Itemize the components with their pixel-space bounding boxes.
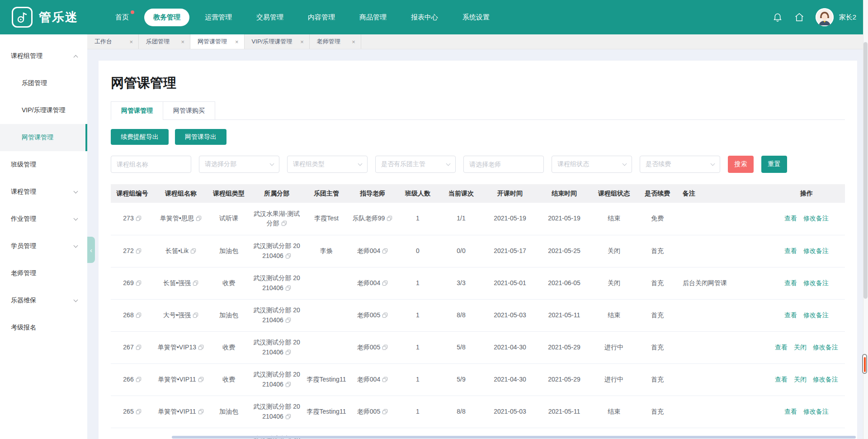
renew-status-select[interactable]: 是否续费 — [640, 156, 720, 173]
copy-icon[interactable] — [387, 215, 392, 221]
course-group-status-select[interactable]: 课程组状态 — [552, 156, 632, 173]
edit-remark-link[interactable]: 修改备注 — [803, 311, 829, 319]
edit-remark-link[interactable]: 修改备注 — [803, 408, 829, 415]
net-course-export-button[interactable]: 网管课导出 — [175, 129, 226, 145]
teacher-select[interactable] — [463, 156, 544, 173]
avatar[interactable] — [816, 8, 834, 26]
cell-start-date: 2021-04-30 — [483, 331, 537, 363]
copy-icon[interactable] — [285, 414, 291, 420]
copy-icon[interactable] — [190, 248, 196, 254]
username[interactable]: 家长2 — [839, 13, 856, 22]
sidebar-item-instrument-maintenance[interactable]: 乐器维保 — [0, 287, 87, 314]
copy-icon[interactable] — [136, 215, 142, 221]
copy-icon[interactable] — [382, 409, 388, 415]
view-link[interactable]: 查看 — [784, 279, 797, 286]
teacher-select-field[interactable] — [469, 161, 538, 168]
copy-icon[interactable] — [198, 409, 204, 415]
view-link[interactable]: 查看 — [784, 408, 797, 415]
copy-icon[interactable] — [196, 215, 202, 221]
edit-remark-link[interactable]: 修改备注 — [813, 344, 838, 351]
view-link[interactable]: 查看 — [784, 247, 797, 254]
card-tab-net-course-mgmt[interactable]: 网管课管理 — [111, 101, 163, 119]
copy-icon[interactable] — [382, 248, 388, 254]
sidebar-item-teacher-mgmt[interactable]: 老师管理 — [0, 260, 87, 287]
close-tab-icon[interactable]: × — [129, 39, 133, 45]
edit-remark-link[interactable]: 修改备注 — [813, 376, 838, 383]
cell-start-date: 2021-04-30 — [483, 363, 537, 396]
copy-icon[interactable] — [136, 377, 142, 382]
sidebar-item-class-mgmt[interactable]: 班级管理 — [0, 151, 87, 178]
copy-icon[interactable] — [136, 312, 142, 318]
copy-icon[interactable] — [382, 377, 388, 382]
sidebar-item-band-mgmt[interactable]: 乐团管理 — [0, 70, 87, 97]
nav-item-transactions[interactable]: 交易管理 — [247, 9, 292, 26]
sidebar-item-course-mgmt[interactable]: 课程管理 — [0, 178, 87, 205]
view-link[interactable]: 查看 — [775, 344, 788, 351]
open-tab-band-mgmt[interactable]: 乐团管理× — [139, 34, 190, 49]
sidebar-item-vip-theory-course-mgmt[interactable]: VIP/乐理课管理 — [0, 97, 87, 124]
open-tab-workbench[interactable]: 工作台× — [87, 34, 139, 49]
open-tab-teacher-mgmt[interactable]: 老师管理× — [310, 34, 361, 49]
search-button[interactable]: 搜索 — [728, 156, 754, 173]
sidebar-item-net-course-mgmt[interactable]: 网管课管理 — [0, 124, 87, 151]
branch-select[interactable]: 请选择分部 — [199, 156, 279, 173]
nav-item-report-center[interactable]: 报表中心 — [402, 9, 447, 26]
close-link[interactable]: 关闭 — [794, 376, 807, 383]
floating-marker[interactable] — [862, 354, 867, 374]
copy-icon[interactable] — [136, 344, 142, 350]
copy-icon[interactable] — [136, 409, 142, 415]
close-link[interactable]: 关闭 — [794, 344, 807, 351]
close-tab-icon[interactable]: × — [235, 39, 239, 45]
course-group-type-select[interactable]: 课程组类型 — [287, 156, 368, 173]
edit-remark-link[interactable]: 修改备注 — [803, 215, 829, 222]
copy-icon[interactable] — [136, 280, 142, 286]
open-tab-vip-theory-mgmt[interactable]: VIP/乐理课管理× — [245, 34, 310, 49]
nav-item-system-settings[interactable]: 系统设置 — [453, 9, 499, 26]
view-link[interactable]: 查看 — [784, 215, 797, 222]
copy-icon[interactable] — [382, 344, 388, 350]
nav-item-edu-admin[interactable]: 教务管理 — [144, 9, 189, 26]
view-link[interactable]: 查看 — [775, 376, 788, 383]
copy-icon[interactable] — [382, 280, 388, 286]
sidebar-item-student-mgmt[interactable]: 学员管理 — [0, 233, 87, 260]
view-link[interactable]: 查看 — [784, 311, 797, 319]
renew-reminder-export-button[interactable]: 续费提醒导出 — [111, 129, 169, 145]
nav-item-product-mgmt[interactable]: 商品管理 — [350, 9, 396, 26]
has-band-manager-select[interactable]: 是否有乐团主管 — [375, 156, 456, 173]
reset-button[interactable]: 重置 — [761, 156, 787, 173]
copy-icon[interactable] — [198, 344, 204, 350]
nav-item-home[interactable]: 首页 — [106, 9, 138, 26]
sidebar-item-course-group-mgmt[interactable]: 课程组管理 — [0, 43, 87, 70]
copy-icon[interactable] — [285, 317, 291, 323]
sidebar-item-exam-registration[interactable]: 考级报名 — [0, 314, 87, 341]
open-tab-net-course-mgmt[interactable]: 网管课管理× — [190, 34, 245, 49]
horizontal-scrollbar-thumb[interactable] — [172, 436, 856, 439]
close-tab-icon[interactable]: × — [352, 39, 355, 45]
course-group-name-input-field[interactable] — [117, 161, 185, 168]
sidebar-collapse-handle[interactable]: ‹ — [87, 237, 95, 263]
home-icon[interactable] — [794, 12, 805, 23]
course-group-name-input[interactable] — [111, 156, 191, 173]
nav-item-operations[interactable]: 运营管理 — [196, 9, 241, 26]
copy-icon[interactable] — [198, 377, 204, 382]
copy-icon[interactable] — [193, 312, 198, 318]
copy-icon[interactable] — [382, 312, 388, 318]
copy-icon[interactable] — [285, 285, 291, 291]
card-tab-net-course-purchase[interactable]: 网管课购买 — [163, 101, 215, 119]
vertical-scrollbar-thumb[interactable] — [863, 42, 868, 299]
close-tab-icon[interactable]: × — [181, 39, 184, 45]
copy-icon[interactable] — [136, 248, 142, 254]
cell-branch-text: 武汉测试分部 20210406 — [253, 242, 300, 259]
sidebar-item-homework-mgmt[interactable]: 作业管理 — [0, 205, 87, 233]
copy-icon[interactable] — [285, 382, 291, 387]
copy-icon[interactable] — [281, 220, 287, 226]
nav-item-content-mgmt[interactable]: 内容管理 — [299, 9, 344, 26]
copy-icon[interactable] — [193, 280, 198, 286]
copy-icon[interactable] — [285, 349, 291, 355]
sidebar-item-label: 班级管理 — [11, 161, 77, 169]
copy-icon[interactable] — [285, 253, 291, 259]
notifications-bell-icon[interactable] — [772, 12, 783, 23]
close-tab-icon[interactable]: × — [300, 39, 304, 45]
edit-remark-link[interactable]: 修改备注 — [803, 279, 829, 286]
edit-remark-link[interactable]: 修改备注 — [803, 247, 829, 254]
